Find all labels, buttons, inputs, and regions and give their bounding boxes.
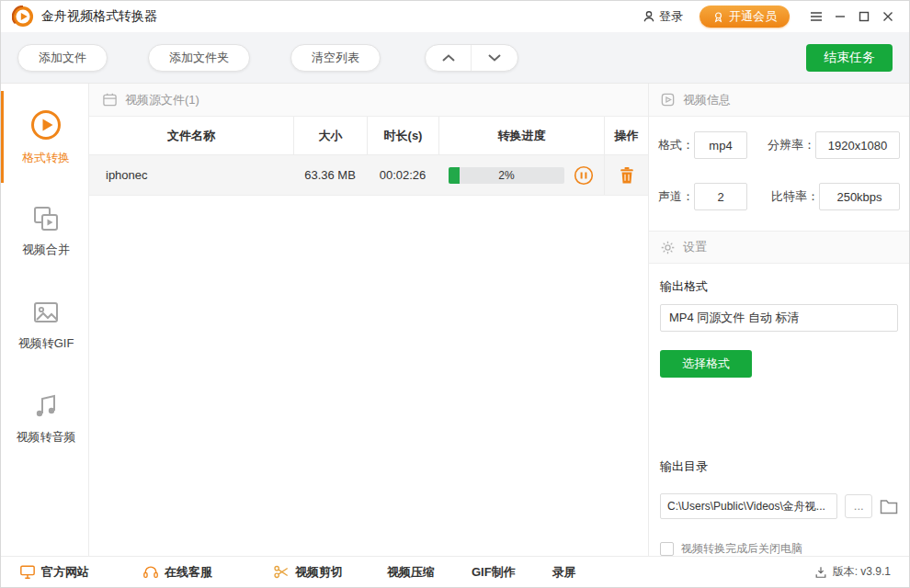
bitrate-value-box[interactable]: 250kbps — [819, 183, 900, 210]
headset-icon — [142, 564, 159, 580]
format-label: 格式： — [658, 137, 694, 153]
footer-official-site[interactable]: 官方网站 — [19, 564, 89, 581]
footer-video-cut[interactable]: 视频剪切 — [273, 564, 343, 581]
vip-button[interactable]: 开通会员 — [700, 6, 790, 28]
reorder-group — [425, 44, 518, 72]
hamburger-icon — [810, 11, 823, 22]
shutdown-checkbox[interactable] — [660, 542, 674, 556]
progress-label: 2% — [449, 167, 564, 184]
format-value-box[interactable]: mp4 — [694, 131, 747, 159]
version-info[interactable]: 版本: v3.9.1 — [814, 564, 891, 580]
scissors-icon — [273, 564, 290, 580]
menu-button[interactable] — [804, 5, 828, 28]
footer-link-label: GIF制作 — [472, 564, 516, 581]
settings-header: 设置 — [649, 231, 909, 264]
close-button[interactable] — [876, 5, 900, 28]
chevron-up-icon — [441, 53, 456, 62]
user-icon — [643, 10, 655, 23]
format-pair: 格式： mp4 — [658, 131, 747, 159]
folder-icon — [880, 499, 898, 514]
delete-button[interactable] — [619, 166, 635, 185]
output-format-label: 输出格式 — [660, 278, 898, 295]
version-label: 版本: v3.9.1 — [833, 564, 891, 580]
column-header-progress: 转换进度 — [438, 117, 604, 154]
file-list-title: 视频源文件(1) — [125, 92, 199, 108]
channels-value-box[interactable]: 2 — [694, 183, 747, 210]
bitrate-pair: 比特率： 250kbps — [771, 183, 900, 210]
video-info-header: 视频信息 — [649, 84, 909, 117]
column-header-size: 大小 — [293, 117, 367, 154]
column-header-duration: 时长(s) — [367, 117, 438, 154]
output-dir-field[interactable]: C:\Users\Public\Videos\金舟视... — [660, 493, 837, 519]
gif-image-icon — [31, 298, 61, 327]
sidebar: 格式转换 视频合并 视频转GIF — [1, 84, 89, 556]
move-up-button[interactable] — [426, 45, 472, 71]
settings-body: 输出格式 MP4 同源文件 自动 标清 选择格式 输出目录 C:\Users\P… — [649, 264, 909, 557]
merge-icon — [31, 204, 61, 233]
channels-label: 声道： — [658, 188, 694, 205]
footer-link-label: 视频压缩 — [387, 564, 435, 581]
gear-icon — [660, 240, 676, 255]
footer-gif-maker[interactable]: GIF制作 — [472, 564, 516, 581]
footer: 官方网站 在线客服 视频剪切 视频压缩 GIF制作 录屏 — [1, 556, 909, 587]
login-button[interactable]: 登录 — [643, 8, 683, 25]
chevron-down-icon — [487, 53, 502, 62]
music-note-icon — [31, 391, 61, 421]
file-list-panel: 视频源文件(1) 文件名称 大小 时长(s) 转换进度 操作 iphonec 6… — [89, 84, 649, 556]
clear-list-button[interactable]: 清空列表 — [290, 44, 381, 72]
resolution-label: 分辨率： — [768, 137, 815, 153]
output-format-field[interactable]: MP4 同源文件 自动 标清 — [660, 304, 898, 332]
sidebar-item-video-to-gif[interactable]: 视频转GIF — [1, 278, 88, 370]
sidebar-item-label: 视频合并 — [22, 242, 70, 258]
file-actions-cell — [604, 155, 648, 195]
file-size: 63.36 MB — [293, 155, 367, 195]
column-header-actions: 操作 — [604, 117, 648, 154]
sidebar-item-video-to-audio[interactable]: 视频转音频 — [1, 372, 88, 464]
sidebar-item-label: 视频转音频 — [17, 429, 76, 446]
download-icon — [814, 566, 827, 579]
file-name: iphonec — [89, 155, 293, 195]
output-dir-label: 输出目录 — [660, 458, 898, 475]
toolbar: 添加文件 添加文件夹 清空列表 结束任务 — [1, 32, 909, 84]
footer-link-label: 录屏 — [552, 564, 576, 581]
sidebar-item-format-convert[interactable]: 格式转换 — [1, 91, 88, 183]
footer-online-support[interactable]: 在线客服 — [142, 564, 212, 581]
settings-title: 设置 — [683, 239, 707, 255]
titlebar: 金舟视频格式转换器 登录 开通会员 — [1, 1, 909, 32]
video-info-body: 格式： mp4 分辨率： 1920x1080 声道： 2 比特率： — [649, 117, 909, 231]
resolution-value-box[interactable]: 1920x1080 — [815, 131, 900, 159]
info-row-1: 格式： mp4 分辨率： 1920x1080 — [658, 131, 900, 159]
add-folder-button[interactable]: 添加文件夹 — [148, 44, 250, 72]
browse-button[interactable]: ... — [845, 494, 872, 518]
vip-badge-icon — [712, 11, 724, 23]
footer-link-label: 官方网站 — [41, 564, 89, 581]
vip-label: 开通会员 — [729, 8, 777, 25]
table-row[interactable]: iphonec 63.36 MB 00:02:26 2% — [89, 155, 648, 196]
footer-link-label: 在线客服 — [165, 564, 212, 581]
move-down-button[interactable] — [472, 45, 518, 71]
maximize-icon — [859, 11, 870, 22]
app-window: 金舟视频格式转换器 登录 开通会员 — [0, 0, 910, 588]
pause-button[interactable] — [574, 165, 594, 186]
trash-icon — [619, 166, 635, 185]
monitor-icon — [19, 564, 36, 580]
footer-video-compress[interactable]: 视频压缩 — [387, 564, 435, 581]
open-folder-button[interactable] — [880, 499, 898, 514]
file-duration: 00:02:26 — [367, 155, 438, 195]
maximize-button[interactable] — [852, 5, 876, 28]
bitrate-label: 比特率： — [771, 188, 819, 205]
sidebar-item-label: 视频转GIF — [18, 335, 74, 352]
shutdown-checkbox-row[interactable]: 视频转换完成后关闭电脑 — [660, 541, 898, 557]
choose-format-button[interactable]: 选择格式 — [660, 350, 752, 378]
table-header: 文件名称 大小 时长(s) 转换进度 操作 — [89, 117, 648, 155]
sidebar-item-video-merge[interactable]: 视频合并 — [1, 185, 88, 277]
minimize-button[interactable] — [828, 5, 852, 28]
minimize-icon — [835, 11, 846, 22]
play-circle-icon — [29, 108, 63, 141]
add-file-button[interactable]: 添加文件 — [17, 44, 108, 72]
video-info-title: 视频信息 — [683, 92, 731, 108]
login-label: 登录 — [659, 8, 683, 25]
footer-screen-record[interactable]: 录屏 — [552, 564, 576, 581]
resolution-pair: 分辨率： 1920x1080 — [768, 131, 900, 159]
end-task-button[interactable]: 结束任务 — [806, 44, 893, 72]
